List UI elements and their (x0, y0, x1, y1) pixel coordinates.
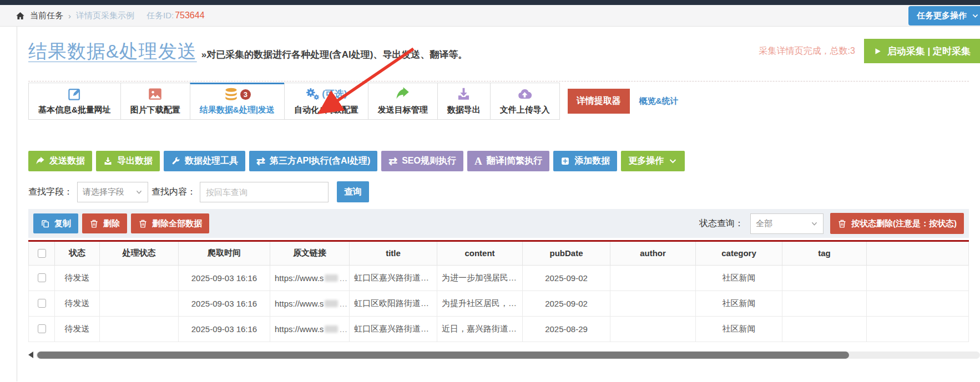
download-icon (456, 86, 471, 101)
cell-status: 待发送 (55, 291, 100, 316)
status-query-select[interactable]: 全部 (750, 213, 824, 234)
page-title: 结果数据&处理发送 (28, 39, 197, 64)
icon-suffix-label: (可选) (322, 88, 347, 100)
data-table: 状态处理状态爬取时间原文链接titlecontentpubDateauthorc… (28, 242, 969, 342)
query-button[interactable]: 查询 (337, 181, 369, 202)
home-icon[interactable] (16, 11, 25, 21)
cell-tag (782, 316, 867, 342)
tab-2[interactable]: 图片下载配置 (120, 83, 190, 120)
page-header: 结果数据&处理发送 »对已采集的数据进行各种处理(含AI处理)、导出发送、翻译等… (28, 27, 969, 82)
scrollbar-thumb[interactable] (37, 352, 849, 359)
task-more-actions-button[interactable]: 任务更多操作 (908, 6, 980, 26)
tab-4[interactable]: (可选)自动化&高级配置 (284, 83, 368, 120)
tab-6[interactable]: 数据导出 (437, 83, 491, 120)
wrench-icon (171, 156, 180, 166)
breadcrumb-separator: › (68, 11, 71, 21)
gears-icon (305, 86, 320, 101)
swap-icon: ⇄ (256, 156, 265, 166)
cell-process_status (100, 265, 179, 291)
cell-process_status (100, 291, 179, 316)
tab-1[interactable]: 基本信息&批量网址 (28, 83, 121, 120)
cell-url: https://www.s… (270, 265, 350, 291)
action-button-7[interactable]: 添加数据 (553, 151, 617, 171)
tab-label: 图片下载配置 (130, 105, 180, 115)
action-button-label: 添加数据 (574, 155, 610, 167)
cell-content: 近日，嘉兴路街道… (437, 316, 523, 342)
scrollbar-track[interactable] (36, 352, 980, 359)
action-button-label: 第三方API执行(含AI处理) (270, 155, 370, 167)
action-button-3[interactable]: 数据处理工具 (164, 151, 245, 171)
cell-empty (867, 316, 969, 342)
delete-button[interactable]: 删除 (82, 213, 127, 233)
trash-icon (138, 219, 148, 228)
tab-label: 自动化&高级配置 (294, 105, 358, 115)
row-checkbox[interactable] (38, 299, 46, 308)
action-button-label: 更多操作 (628, 155, 664, 167)
copy-icon (41, 219, 50, 228)
search-field-select-value: 请选择字段 (83, 187, 124, 197)
action-button-8[interactable]: 更多操作 (621, 151, 685, 171)
row-checkbox[interactable] (38, 324, 46, 333)
trash-icon (837, 219, 847, 228)
action-button-5[interactable]: ⇄SEO规则执行 (381, 151, 463, 171)
cell-author (610, 316, 696, 342)
tab-5[interactable]: 发送目标管理 (368, 83, 438, 120)
cell-category: 社区新闻 (696, 316, 782, 342)
search-row: 查找字段： 请选择字段 查找内容： 查询 (28, 181, 969, 202)
table-row[interactable]: 待发送2025-09-03 16:16https://www.s…虹口区嘉兴路街… (29, 265, 969, 291)
cell-url: https://www.s… (270, 291, 350, 316)
search-input[interactable] (200, 182, 329, 202)
copy-button[interactable]: 复制 (33, 213, 78, 233)
column-header: 原文链接 (270, 242, 350, 265)
column-header: category (696, 242, 782, 265)
action-button-label: 发送数据 (49, 155, 85, 167)
breadcrumb-current-task[interactable]: 当前任务 (30, 11, 63, 21)
play-icon (873, 47, 882, 55)
chevron-down-icon (135, 189, 143, 196)
table-row[interactable]: 待发送2025-09-03 16:16https://www.s…虹口区嘉兴路街… (29, 316, 969, 342)
action-button-label: 导出数据 (117, 155, 153, 167)
copy-label: 复制 (54, 218, 71, 229)
tab-label: 数据导出 (447, 105, 481, 115)
row-checkbox[interactable] (38, 273, 46, 282)
tab-icon-row (456, 86, 471, 102)
search-field-select[interactable]: 请选择字段 (77, 182, 148, 202)
actions-row: 发送数据导出数据数据处理工具⇄第三方API执行(含AI处理)⇄SEO规则执行A翻… (28, 151, 969, 171)
select-all-checkbox[interactable] (38, 249, 46, 258)
table-toolbar: 复制 删除 删除全部数据 状态查询： 全部 按状态删除(注意是：按状态) (28, 209, 969, 238)
delete-all-button[interactable]: 删除全部数据 (131, 213, 209, 233)
delete-by-status-button[interactable]: 按状态删除(注意是：按状态) (830, 213, 964, 234)
action-button-1[interactable]: 发送数据 (28, 151, 92, 171)
cell-author (610, 265, 696, 291)
action-button-6[interactable]: A翻译|简繁执行 (467, 151, 549, 171)
chevron-down-icon (972, 12, 979, 19)
cell-checkbox (29, 291, 55, 316)
tab-icon-row (67, 86, 82, 102)
cell-pubDate: 2025-08-29 (523, 316, 610, 342)
tab-icon-row (395, 86, 410, 102)
cell-crawl_time: 2025-09-03 16:16 (179, 316, 270, 342)
cell-status: 待发送 (55, 316, 100, 342)
trash-icon (89, 219, 99, 228)
url-redacted-blur (325, 300, 338, 307)
delete-all-label: 删除全部数据 (152, 218, 202, 229)
table-row[interactable]: 待发送2025-09-03 16:16https://www.s…虹口区欧阳路街… (29, 291, 969, 316)
action-button-2[interactable]: 导出数据 (96, 151, 160, 171)
column-header: 爬取时间 (179, 242, 270, 265)
start-collect-label: 启动采集 | 定时采集 (887, 45, 971, 58)
cell-url: https://www.s… (270, 316, 350, 342)
action-button-4[interactable]: ⇄第三方API执行(含AI处理) (249, 151, 377, 171)
breadcrumb: 当前任务 › 详情页采集示例 任务ID: 753644 (0, 5, 980, 27)
cell-title: 虹口区欧阳路街道… (350, 291, 437, 316)
column-header: author (610, 242, 696, 265)
detail-extractor-button[interactable]: 详情提取器 (568, 89, 630, 114)
url-redacted-blur (325, 325, 338, 333)
tab-7[interactable]: 文件上传导入 (490, 83, 560, 120)
column-header: 处理状态 (100, 242, 179, 265)
tab-label: 文件上传导入 (500, 105, 550, 115)
tab-3[interactable]: 3结果数据&处理|发送 (190, 83, 285, 120)
scroll-left-arrow-icon[interactable] (28, 352, 33, 358)
start-collect-button[interactable]: 启动采集 | 定时采集 (864, 39, 980, 63)
overview-stats-link[interactable]: 概览&统计 (639, 96, 679, 106)
url-prefix: https://www.s (275, 324, 324, 334)
